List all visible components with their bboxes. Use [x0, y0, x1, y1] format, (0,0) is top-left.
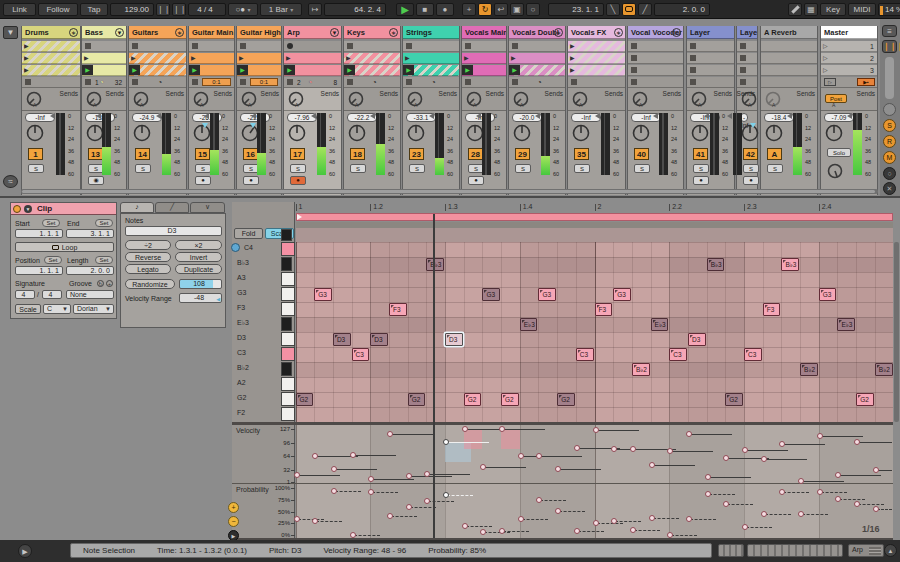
track-stop-row[interactable]	[628, 77, 683, 88]
arm-button[interactable]: ●	[743, 176, 759, 185]
piano-key[interactable]	[281, 257, 292, 271]
velocity-marker[interactable]	[649, 462, 655, 468]
clip-slot[interactable]	[687, 53, 734, 64]
piano-key[interactable]	[281, 377, 295, 391]
follow-action-icon[interactable]: ↦	[308, 3, 322, 16]
velocity-marker[interactable]	[462, 426, 468, 432]
velocity-marker[interactable]	[350, 452, 356, 458]
arm-button[interactable]: ●	[243, 176, 259, 185]
track-stop-row[interactable]	[737, 77, 757, 88]
lane-remove-button[interactable]: −	[228, 516, 239, 527]
clip-slot[interactable]: ▶	[568, 41, 625, 52]
clip-slot[interactable]: ▶	[462, 53, 506, 64]
midi-note[interactable]: G3	[314, 288, 332, 301]
pan-knob[interactable]	[825, 124, 843, 146]
pan-knob[interactable]	[632, 124, 650, 146]
send-knob-a[interactable]	[241, 91, 257, 111]
timeline-label[interactable]: 1.2	[373, 203, 383, 210]
solo-button[interactable]: S	[135, 164, 151, 173]
overview-menu-icon[interactable]: ≡	[882, 25, 897, 37]
instrument-icon[interactable]: ∗	[389, 28, 398, 37]
pan-knob[interactable]	[572, 124, 590, 146]
scale-name-select[interactable]: Dorian▼	[73, 304, 114, 314]
clip-slot[interactable]	[628, 65, 683, 76]
track-number-button[interactable]: 28	[468, 148, 483, 160]
midi-note[interactable]: G2	[408, 393, 426, 406]
signature-denominator-field[interactable]: 4	[42, 290, 62, 299]
loop-button[interactable]: Loop	[15, 242, 114, 252]
track-header[interactable]: Master	[821, 26, 877, 39]
track-number-button[interactable]: 40	[634, 148, 649, 160]
pan-knob[interactable]	[133, 124, 151, 146]
randomize-button[interactable]: Randomize	[125, 279, 175, 289]
probability-marker[interactable]	[705, 491, 711, 497]
piano-key[interactable]	[281, 347, 295, 361]
show-crossfade-toggle[interactable]: ✕	[883, 182, 896, 195]
clip-slot[interactable]: ▶	[284, 53, 341, 64]
timeline-label[interactable]: 2.4	[822, 203, 832, 210]
clip-slot[interactable]	[737, 41, 757, 52]
midi-note[interactable]: C3	[669, 348, 687, 361]
midi-note[interactable]: F3	[763, 303, 781, 316]
clip-slot[interactable]: ▶	[129, 65, 186, 76]
groove-commit-icon[interactable]: +	[106, 280, 113, 287]
velocity-marker[interactable]	[611, 446, 617, 452]
solo-button[interactable]: S	[515, 164, 531, 173]
track-header[interactable]: Arp▼	[284, 26, 341, 39]
midi-note[interactable]: D3	[688, 333, 706, 346]
midi-note[interactable]: G3	[482, 288, 500, 301]
clip-slot[interactable]: ▶	[568, 65, 625, 76]
arm-button[interactable]: ●	[468, 176, 484, 185]
clip-slot[interactable]: ▶	[82, 65, 126, 76]
timeline-label[interactable]: 1.4	[523, 203, 533, 210]
piano-key[interactable]	[281, 287, 295, 301]
probability-marker[interactable]	[649, 515, 655, 521]
clip-slot[interactable]	[237, 41, 281, 52]
cue-knob[interactable]	[827, 163, 843, 183]
signature-numerator-field[interactable]: 4	[15, 290, 35, 299]
probability-marker[interactable]	[593, 520, 599, 526]
send-knob-a[interactable]	[26, 91, 42, 111]
clip-slot[interactable]	[628, 53, 683, 64]
probability-marker[interactable]	[817, 489, 823, 495]
clip-slot[interactable]	[761, 53, 817, 64]
duplicate-button[interactable]: Duplicate	[175, 264, 222, 274]
probability-marker[interactable]	[499, 528, 505, 534]
show-sends-toggle[interactable]: S	[883, 119, 896, 132]
send-knob-a[interactable]	[348, 91, 364, 111]
midi-note[interactable]: B♭3	[707, 258, 725, 271]
midi-note[interactable]: C3	[744, 348, 762, 361]
velocity-marker[interactable]	[536, 453, 542, 459]
clip-position-field[interactable]: 1. 1. 1	[15, 266, 63, 275]
clip-slot[interactable]	[737, 53, 757, 64]
crossfader-section-icon[interactable]: ≈	[3, 175, 18, 188]
track-header[interactable]: Guitar High	[237, 26, 281, 39]
fold-button[interactable]: Fold	[234, 228, 263, 239]
pitch-field[interactable]: D3	[125, 226, 222, 236]
cpu-meter[interactable]: 14 % ▾	[878, 3, 900, 16]
track-stop-row[interactable]: ▷▶▪	[821, 77, 877, 88]
track-stop-row[interactable]: 1◔32	[82, 77, 126, 88]
send-knob-a[interactable]	[407, 91, 423, 111]
set-length-button[interactable]: Set	[95, 256, 113, 264]
pan-knob[interactable]	[407, 124, 425, 146]
midi-note[interactable]: G2	[725, 393, 743, 406]
velocity-marker[interactable]	[705, 474, 711, 480]
capture-midi-icon[interactable]: ↩	[494, 3, 508, 16]
clip-slot[interactable]	[687, 41, 734, 52]
clip-slot[interactable]	[403, 41, 459, 52]
probability-marker[interactable]	[798, 511, 804, 517]
key-map-button[interactable]: Key	[820, 3, 846, 16]
clip-slot[interactable]: ▶	[22, 41, 80, 52]
legato-button[interactable]: Legato	[125, 264, 171, 274]
probability-marker[interactable]	[462, 523, 468, 529]
track-stop-row[interactable]: 2◔8	[284, 77, 341, 88]
tab-envelopes[interactable]: ╱	[155, 202, 189, 213]
show-io-toggle[interactable]	[883, 103, 896, 116]
velocity-marker[interactable]	[387, 431, 393, 437]
midi-note[interactable]: C3	[576, 348, 594, 361]
clip-slot[interactable]	[82, 41, 126, 52]
clip-slot[interactable]: ▶	[284, 65, 341, 76]
track-stop-row[interactable]	[22, 77, 80, 88]
track-number-button[interactable]: 42	[743, 148, 758, 160]
